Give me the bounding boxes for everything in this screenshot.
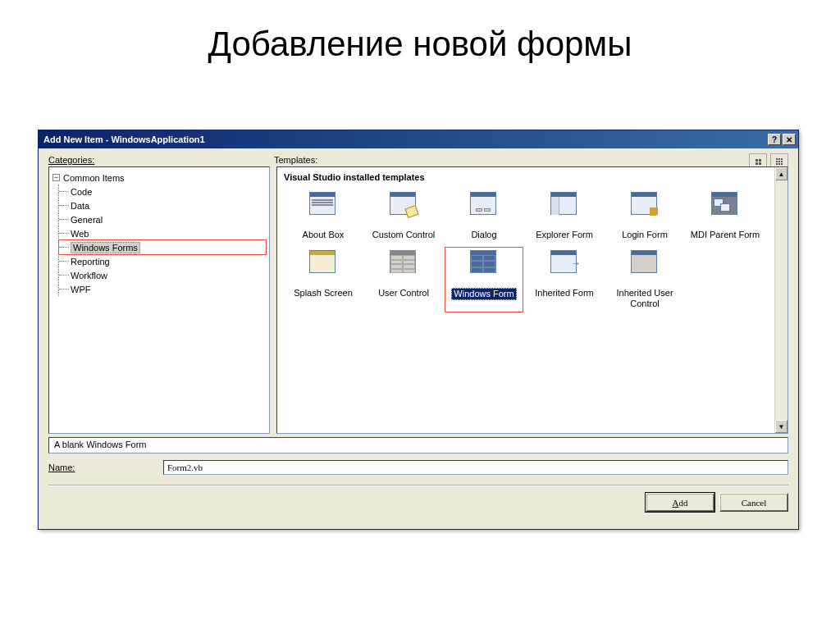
tree-item-wpf[interactable]: WPF	[59, 282, 266, 296]
custom-icon	[390, 192, 418, 217]
tree-item-label: General	[71, 215, 103, 225]
close-button[interactable]: ✕	[783, 134, 796, 145]
template-item-label: Login Form	[622, 230, 668, 240]
template-item-splash-screen[interactable]: Splash Screen	[284, 247, 363, 312]
templates-label: Templates:	[274, 155, 788, 165]
template-item-explorer-form[interactable]: Explorer Form	[525, 189, 604, 244]
titlebar: Add New Item - WindowsApplication1 ? ✕	[39, 130, 798, 148]
tree-item-data[interactable]: Data	[59, 198, 266, 212]
scroll-up-button[interactable]: ▲	[775, 167, 788, 180]
template-item-label: About Box	[303, 230, 345, 240]
tree-item-code[interactable]: Code	[59, 185, 266, 198]
name-label: Name:	[48, 463, 155, 472]
template-item-inherited-form[interactable]: Inherited Form	[525, 247, 604, 312]
template-item-label: MDI Parent Form	[691, 230, 760, 240]
template-item-dialog[interactable]: Dialog	[445, 189, 523, 244]
tree-root-label: Common Items	[63, 173, 125, 183]
scroll-down-button[interactable]: ▼	[775, 420, 788, 433]
template-item-user-control[interactable]: User Control	[364, 247, 443, 312]
add-new-item-dialog: Add New Item - WindowsApplication1 ? ✕ C…	[38, 130, 799, 530]
about-icon	[309, 192, 337, 217]
scroll-track[interactable]	[775, 180, 788, 420]
inherited-icon	[550, 250, 578, 275]
categories-tree[interactable]: − Common Items CodeDataGeneralWebWindows…	[48, 166, 270, 434]
cancel-button[interactable]: Cancel	[719, 493, 788, 512]
dialog-i-icon	[470, 192, 498, 217]
template-item-label: Dialog	[471, 230, 496, 240]
name-input[interactable]	[163, 460, 788, 475]
tree-item-label: Windows Forms	[71, 242, 140, 253]
splash-icon	[309, 250, 337, 275]
templates-scrollbar[interactable]: ▲ ▼	[774, 167, 788, 433]
usercontrol-icon	[390, 250, 418, 275]
tree-item-label: Code	[71, 187, 92, 197]
description-bar: A blank Windows Form	[48, 437, 788, 454]
separator	[48, 485, 788, 486]
template-item-label: Explorer Form	[536, 230, 593, 240]
tree-root-node[interactable]: − Common Items	[52, 171, 266, 185]
template-item-label: Custom Control	[372, 230, 435, 240]
winform-icon	[470, 250, 498, 275]
template-item-inherited-user-control[interactable]: Inherited User Control	[605, 247, 684, 312]
template-item-label: Splash Screen	[294, 288, 353, 299]
tree-item-general[interactable]: General	[59, 212, 266, 226]
login-icon	[631, 192, 659, 217]
help-button[interactable]: ?	[768, 134, 781, 145]
tree-item-windows-forms[interactable]: Windows Forms	[59, 240, 266, 254]
add-button[interactable]: Add	[646, 493, 714, 512]
template-item-mdi-parent-form[interactable]: MDI Parent Form	[686, 189, 765, 244]
explorer-icon	[550, 192, 578, 217]
template-item-windows-form[interactable]: Windows Form	[445, 247, 523, 312]
templates-header: Visual Studio installed templates	[284, 172, 768, 182]
slide-title: Добавление новой формы	[0, 0, 840, 80]
tree-item-reporting[interactable]: Reporting	[59, 254, 266, 268]
tree-item-web[interactable]: Web	[59, 226, 266, 240]
collapse-icon[interactable]: −	[52, 174, 60, 181]
template-item-label: User Control	[378, 288, 429, 299]
tree-item-label: Web	[71, 229, 89, 239]
tree-item-label: Data	[71, 201, 89, 211]
mdi-icon	[711, 192, 739, 217]
template-item-login-form[interactable]: Login Form	[605, 189, 684, 244]
template-item-label: Windows Form	[451, 288, 516, 300]
tree-item-workflow[interactable]: Workflow	[59, 268, 266, 282]
template-item-label: Inherited User Control	[605, 288, 684, 309]
template-item-custom-control[interactable]: Custom Control	[364, 189, 443, 244]
inhuser-icon	[631, 250, 659, 275]
titlebar-text: Add New Item - WindowsApplication1	[43, 134, 768, 144]
categories-label: Categories:	[48, 155, 274, 165]
tree-item-label: Reporting	[71, 257, 110, 267]
templates-panel: Visual Studio installed templates About …	[276, 166, 788, 434]
tree-item-label: WPF	[71, 285, 90, 294]
template-item-label: Inherited Form	[535, 288, 594, 299]
template-item-about-box[interactable]: About Box	[284, 189, 363, 244]
tree-item-label: Workflow	[71, 271, 107, 280]
